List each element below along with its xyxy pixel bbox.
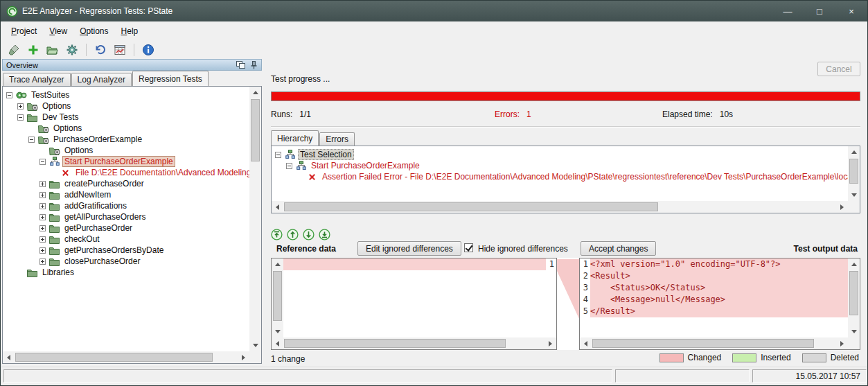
scroll-right-button[interactable] <box>836 337 848 349</box>
vertical-scrollbar[interactable] <box>848 258 860 337</box>
tree-item[interactable]: addNewItem <box>3 189 249 200</box>
tree-item[interactable]: closePurchaseOrder <box>3 256 249 267</box>
tree-item[interactable]: TestSuites <box>3 89 249 100</box>
collapse-icon[interactable] <box>17 114 24 121</box>
tree-item[interactable]: createPurchaseOrder <box>3 178 249 189</box>
cancel-button[interactable]: Cancel <box>817 62 860 76</box>
scroll-down-button[interactable] <box>272 326 283 337</box>
menu-project[interactable]: Project <box>5 23 43 40</box>
tree-item[interactable]: Start PurchaseOrderExample <box>272 160 848 171</box>
accept-changes-button[interactable]: Accept changes <box>581 241 656 256</box>
expand-icon[interactable] <box>39 247 46 254</box>
scrollbar-thumb[interactable] <box>284 202 658 211</box>
tree-item[interactable]: Options <box>3 100 249 112</box>
tree-item[interactable]: Dev Tests <box>3 112 249 123</box>
collapse-icon[interactable] <box>6 92 12 98</box>
tab-log-analyzer[interactable]: Log Analyzer <box>71 73 132 86</box>
tree-item[interactable]: Test Selection <box>272 149 848 160</box>
scrollbar-thumb[interactable] <box>849 159 858 184</box>
scroll-right-button[interactable] <box>238 351 249 363</box>
collapse-icon[interactable] <box>286 163 292 169</box>
tree-item[interactable]: Start PurchaseOrderExample <box>3 156 249 167</box>
horizontal-scrollbar[interactable] <box>580 337 848 349</box>
hide-ignored-differences-checkbox[interactable] <box>464 243 473 252</box>
tree-item[interactable]: File D:\E2E Documentation\Advanced Model… <box>3 167 249 178</box>
scroll-left-button[interactable] <box>580 337 592 349</box>
open-icon[interactable] <box>45 42 60 58</box>
scroll-up-button[interactable] <box>848 146 860 158</box>
tree-item[interactable]: getAllPurchaseOrders <box>3 211 249 222</box>
first-difference-button[interactable] <box>271 229 283 241</box>
next-difference-button[interactable] <box>303 229 315 241</box>
scroll-right-button[interactable] <box>544 337 556 349</box>
tree-item[interactable]: addGratifications <box>3 200 249 211</box>
scroll-down-button[interactable] <box>249 340 261 351</box>
collapse-icon[interactable] <box>39 159 46 165</box>
vertical-scrollbar[interactable] <box>848 146 860 201</box>
titlebar[interactable]: E2E Analyzer - Regression Tests: PState … <box>1 1 867 21</box>
clean-icon[interactable] <box>6 42 21 58</box>
tree-item[interactable]: getPurchaseOrdersByDate <box>3 245 249 256</box>
expand-icon[interactable] <box>39 225 46 231</box>
horizontal-scrollbar[interactable] <box>272 201 848 213</box>
minimize-button[interactable]: — <box>772 1 804 21</box>
last-difference-button[interactable] <box>319 229 331 241</box>
scroll-down-button[interactable] <box>848 189 860 201</box>
expand-icon[interactable] <box>39 192 46 198</box>
horizontal-scrollbar[interactable] <box>272 337 556 349</box>
info-icon[interactable] <box>141 42 156 58</box>
expand-icon[interactable] <box>17 103 24 109</box>
pin-icon[interactable] <box>250 61 258 69</box>
scroll-left-button[interactable] <box>3 351 15 363</box>
reference-data-pane[interactable]: 1 <box>271 258 557 350</box>
scrollbar-thumb[interactable] <box>284 339 506 348</box>
hide-ignored-differences-label[interactable]: Hide ignored differences <box>478 244 568 254</box>
scroll-up-button[interactable] <box>249 87 261 98</box>
scrollbar-thumb[interactable] <box>15 353 213 362</box>
menu-options[interactable]: Options <box>73 23 114 40</box>
scroll-left-button[interactable] <box>272 337 283 349</box>
tree-item[interactable]: PurchaseOrderExample <box>3 134 249 145</box>
tab-errors[interactable]: Errors <box>319 132 355 146</box>
tree-item[interactable]: Assertion Failed Error - File D:\E2E Doc… <box>272 171 848 182</box>
vertical-scrollbar[interactable] <box>249 87 261 351</box>
scroll-up-button[interactable] <box>272 258 283 270</box>
scrollbar-thumb[interactable] <box>849 271 858 315</box>
scrollbar-thumb[interactable] <box>251 99 260 161</box>
expand-icon[interactable] <box>39 214 46 220</box>
expand-icon[interactable] <box>39 203 46 209</box>
settings-icon[interactable] <box>64 42 80 58</box>
tab-trace-analyzer[interactable]: Trace Analyzer <box>3 73 71 86</box>
test-output-pane[interactable]: 1<?xml version="1.0" encoding="UTF-8"?>2… <box>579 258 860 350</box>
tree-item[interactable]: checkOut <box>3 234 249 245</box>
report-icon[interactable] <box>112 42 127 58</box>
tree-item[interactable]: Libraries <box>3 267 249 278</box>
expand-icon[interactable] <box>39 258 46 265</box>
edit-ignored-differences-button[interactable]: Edit ignored differences <box>357 241 461 256</box>
menu-view[interactable]: View <box>43 23 73 40</box>
collapse-icon[interactable] <box>275 152 281 158</box>
horizontal-scrollbar[interactable] <box>3 351 249 363</box>
expand-icon[interactable] <box>39 236 46 243</box>
tree-item[interactable]: Options <box>3 123 249 134</box>
scroll-down-button[interactable] <box>848 326 860 337</box>
scrollbar-thumb[interactable] <box>273 271 282 321</box>
close-button[interactable]: × <box>835 1 867 21</box>
add-icon[interactable] <box>26 42 41 58</box>
expand-icon[interactable] <box>39 181 46 187</box>
vertical-scrollbar[interactable] <box>272 258 283 337</box>
menu-help[interactable]: Help <box>115 23 145 40</box>
tab-hierarchy[interactable]: Hierarchy <box>271 130 319 146</box>
tab-regression-tests[interactable]: Regression Tests <box>132 71 209 86</box>
float-window-icon[interactable] <box>236 61 245 69</box>
undo-icon[interactable] <box>93 42 108 58</box>
scroll-up-button[interactable] <box>848 258 860 270</box>
collapse-icon[interactable] <box>28 137 35 143</box>
tree-item[interactable]: getPurchaseOrder <box>3 222 249 234</box>
panel-splitter[interactable] <box>262 59 269 364</box>
scroll-right-button[interactable] <box>836 201 848 213</box>
scrollbar-thumb[interactable] <box>592 339 814 348</box>
maximize-button[interactable]: □ <box>804 1 835 21</box>
previous-difference-button[interactable] <box>287 229 299 241</box>
tree-item[interactable]: Options <box>3 145 249 156</box>
